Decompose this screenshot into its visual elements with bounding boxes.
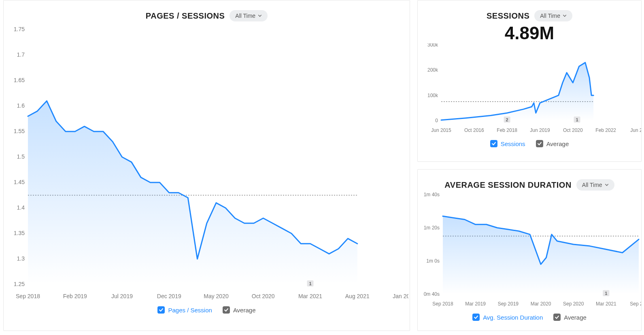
chevron-down-icon <box>563 14 567 18</box>
sessions-chart: 0100k200k300kJun 2015Oct 2016Feb 2018Jun… <box>418 43 641 134</box>
svg-text:Sep 2018: Sep 2018 <box>16 293 40 299</box>
card-pages-sessions: PAGES / SESSIONS All Time 1.251.31.351.4… <box>3 0 410 331</box>
pages-sessions-title: PAGES / SESSIONS <box>146 11 225 21</box>
svg-text:1m 40s: 1m 40s <box>424 192 440 197</box>
avg-duration-chart: 0m 40s1m 0s1m 20s1m 40sSep 2018Mar 2019S… <box>418 191 641 308</box>
legend-toggle-series[interactable]: Pages / Session <box>157 306 212 314</box>
svg-text:Sep 2020: Sep 2020 <box>563 301 584 307</box>
chevron-down-icon <box>258 14 262 18</box>
svg-text:Mar 2019: Mar 2019 <box>465 301 486 307</box>
pages-sessions-chart: 1.251.31.351.41.451.51.551.61.651.71.75S… <box>4 21 408 301</box>
pages-sessions-range-dropdown[interactable]: All Time <box>230 10 268 21</box>
svg-text:Jan 2022: Jan 2022 <box>393 293 408 299</box>
svg-text:1.6: 1.6 <box>17 102 25 109</box>
svg-text:Sep 2019: Sep 2019 <box>498 301 519 307</box>
svg-text:200k: 200k <box>427 67 438 73</box>
legend-average-label: Average <box>546 140 569 147</box>
legend-average-label: Average <box>233 307 256 314</box>
legend-average-label: Average <box>564 314 587 321</box>
svg-text:100k: 100k <box>427 93 438 98</box>
pages-sessions-legend: Pages / Session Average <box>4 301 410 317</box>
svg-text:1.25: 1.25 <box>14 281 25 287</box>
range-label: All Time <box>235 13 255 19</box>
svg-text:Oct 2020: Oct 2020 <box>563 127 583 133</box>
svg-text:Mar 2021: Mar 2021 <box>596 301 616 307</box>
svg-text:0: 0 <box>435 118 438 123</box>
svg-text:300k: 300k <box>427 43 438 48</box>
svg-text:Jul 2019: Jul 2019 <box>111 293 133 299</box>
sessions-range-dropdown[interactable]: All Time <box>534 10 572 21</box>
legend-series-label: Avg. Session Duration <box>483 314 543 321</box>
avg-duration-range-dropdown[interactable]: All Time <box>576 179 614 191</box>
svg-text:1.55: 1.55 <box>14 128 25 134</box>
checkbox-checked-icon <box>490 140 497 147</box>
checkbox-checked-icon <box>223 306 230 314</box>
svg-text:1.45: 1.45 <box>14 179 25 185</box>
svg-text:Mar 2020: Mar 2020 <box>531 301 551 307</box>
svg-text:1.5: 1.5 <box>17 153 25 160</box>
card-avg-duration: AVERAGE SESSION DURATION All Time 0m 40s… <box>417 169 642 331</box>
svg-text:1: 1 <box>309 281 311 286</box>
svg-text:Feb 2022: Feb 2022 <box>595 127 616 133</box>
svg-text:1.75: 1.75 <box>14 26 25 32</box>
svg-text:Jun 2015: Jun 2015 <box>431 127 451 133</box>
checkbox-checked-icon <box>157 306 165 314</box>
legend-toggle-average[interactable]: Average <box>536 140 569 147</box>
svg-text:1.4: 1.4 <box>17 204 25 211</box>
svg-text:Dec 2019: Dec 2019 <box>157 293 181 299</box>
card-sessions: SESSIONS All Time 4.89M 0100k200k300kJun… <box>417 0 642 162</box>
legend-toggle-average[interactable]: Average <box>223 306 256 314</box>
chevron-down-icon <box>605 183 609 187</box>
legend-toggle-average[interactable]: Average <box>553 314 587 321</box>
svg-text:May 2020: May 2020 <box>204 293 229 299</box>
checkbox-checked-icon <box>536 140 543 147</box>
svg-text:Sep 2…: Sep 2… <box>630 301 641 307</box>
sessions-big-number: 4.89M <box>418 23 641 43</box>
svg-text:Sep 2018: Sep 2018 <box>432 301 453 307</box>
avg-duration-legend: Avg. Session Duration Average <box>418 308 641 324</box>
svg-text:Feb 2018: Feb 2018 <box>497 127 517 133</box>
svg-text:Jun 2…: Jun 2… <box>630 127 641 133</box>
legend-series-label: Pages / Session <box>168 307 212 314</box>
svg-text:1m 20s: 1m 20s <box>424 225 440 231</box>
sessions-legend: Sessions Average <box>418 134 641 151</box>
svg-text:1.35: 1.35 <box>14 230 25 236</box>
svg-text:1: 1 <box>605 291 607 296</box>
legend-toggle-series[interactable]: Sessions <box>490 140 525 147</box>
svg-text:1.3: 1.3 <box>17 255 25 262</box>
range-label: All Time <box>582 182 602 188</box>
svg-text:1.7: 1.7 <box>17 51 25 58</box>
svg-text:Mar 2021: Mar 2021 <box>298 293 322 299</box>
svg-text:Feb 2019: Feb 2019 <box>63 293 87 299</box>
legend-series-label: Sessions <box>501 140 525 147</box>
legend-toggle-series[interactable]: Avg. Session Duration <box>472 314 543 321</box>
checkbox-checked-icon <box>472 314 480 321</box>
svg-text:1.65: 1.65 <box>14 77 25 83</box>
svg-text:Oct 2016: Oct 2016 <box>464 127 484 133</box>
svg-text:2: 2 <box>506 117 508 122</box>
sessions-title: SESSIONS <box>487 11 529 21</box>
range-label: All Time <box>540 13 560 19</box>
avg-duration-title: AVERAGE SESSION DURATION <box>444 180 572 190</box>
checkbox-checked-icon <box>553 314 561 321</box>
svg-text:1m 0s: 1m 0s <box>426 258 440 264</box>
svg-text:1: 1 <box>576 117 578 122</box>
svg-text:Jun 2019: Jun 2019 <box>530 127 550 133</box>
svg-text:Aug 2021: Aug 2021 <box>345 293 370 299</box>
svg-text:0m 40s: 0m 40s <box>424 291 440 297</box>
svg-text:Oct 2020: Oct 2020 <box>252 293 275 299</box>
